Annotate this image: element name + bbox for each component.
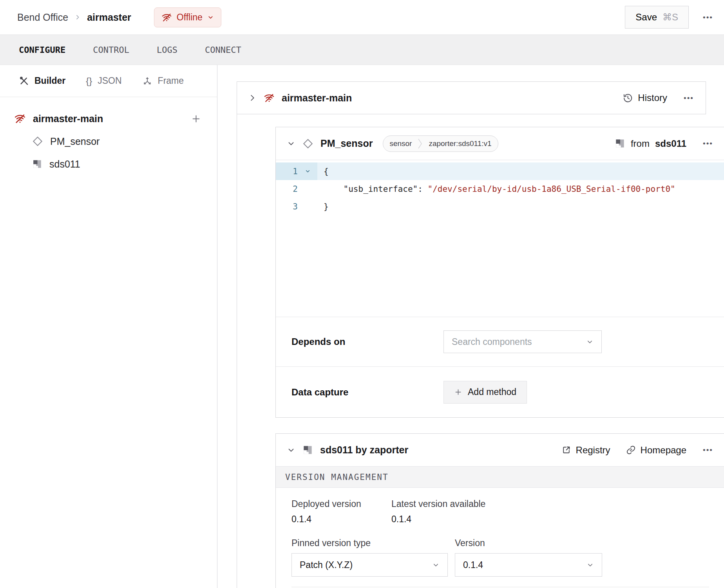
- mode-tab-builder[interactable]: Builder: [19, 76, 65, 86]
- app-window: Bend Office airmaster Offline Save: [0, 0, 724, 588]
- module-icon: [302, 445, 313, 455]
- chevron-right-icon: [74, 14, 81, 20]
- mode-tab-frame[interactable]: Frame: [142, 76, 184, 86]
- configure-panel: airmaster-main History •••: [217, 65, 724, 588]
- add-component-button[interactable]: [191, 114, 201, 124]
- module-icon: [615, 138, 625, 149]
- view-mode-tabs: Builder {} JSON Frame: [0, 65, 217, 97]
- data-capture-label: Data capture: [291, 387, 443, 398]
- mode-tab-label: Builder: [34, 76, 65, 86]
- pm-sensor-card-header: PM_sensor sensor zaporter:sds011:v1: [276, 127, 724, 160]
- chevron-down-icon: [207, 14, 214, 21]
- tools-icon: [19, 76, 29, 86]
- chevron-down-icon: [586, 561, 594, 569]
- tree-item-main-part[interactable]: airmaster-main: [0, 107, 217, 130]
- code-line: 1 {: [276, 162, 724, 180]
- homepage-link[interactable]: Homepage: [626, 445, 686, 456]
- module-card-title: sds011 by zaporter: [320, 444, 408, 456]
- status-label: Offline: [177, 12, 203, 23]
- status-badge[interactable]: Offline: [154, 7, 221, 27]
- mode-tab-label: JSON: [98, 76, 121, 86]
- component-card-menu-button[interactable]: •••: [702, 137, 714, 150]
- history-button[interactable]: History: [623, 92, 667, 103]
- latest-version-value: 0.1.4: [391, 514, 485, 525]
- module-card-menu-button[interactable]: •••: [702, 444, 714, 456]
- main-part-card: airmaster-main History •••: [237, 81, 706, 114]
- tree-item-pm-sensor[interactable]: PM_sensor: [0, 130, 217, 153]
- save-button[interactable]: Save ⌘S: [625, 6, 689, 29]
- component-type: sensor: [383, 139, 418, 148]
- line-number: 3: [276, 202, 298, 211]
- json-string-value: "/dev/serial/by-id/usb-1a86_USB_Serial-i…: [428, 184, 675, 194]
- json-colon: :: [418, 184, 427, 194]
- from-module-label: from sds011: [615, 138, 686, 149]
- attributes-json-editor[interactable]: 1 { 2 "usb_interface": "/dev/serial: [276, 160, 724, 317]
- tree-item-sds011[interactable]: sds011: [0, 153, 217, 175]
- main-tab-bar: CONFIGURE CONTROL LOGS CONNECT: [0, 34, 724, 65]
- module-card-header: sds011 by zaporter Registry: [276, 434, 724, 467]
- line-number: 2: [276, 184, 298, 194]
- history-label: History: [638, 92, 667, 103]
- tab-logs[interactable]: LOGS: [156, 43, 178, 57]
- from-module-name: sds011: [655, 138, 686, 149]
- depends-on-placeholder: Search components: [452, 337, 532, 347]
- history-clock-icon: [623, 93, 633, 103]
- tree-connector-line: [237, 114, 237, 588]
- tab-control[interactable]: CONTROL: [92, 43, 130, 57]
- code-text: }: [317, 202, 329, 211]
- deployed-version-label: Deployed version: [291, 499, 391, 509]
- version-management-header: VERSION MANAGEMENT: [276, 467, 724, 488]
- version-select[interactable]: 0.1.4: [455, 553, 602, 577]
- collapse-chevron-down-icon[interactable]: [287, 139, 295, 148]
- tree-item-label: PM_sensor: [50, 136, 100, 147]
- top-bar: Bend Office airmaster Offline Save: [0, 0, 724, 34]
- homepage-label: Homepage: [641, 445, 686, 456]
- breadcrumb: Bend Office airmaster Offline: [17, 7, 221, 27]
- tree-item-label: sds011: [49, 159, 80, 170]
- section-divider: [291, 587, 709, 587]
- code-text: {: [317, 167, 329, 176]
- frame-axes-icon: [142, 76, 152, 86]
- expand-chevron-right-icon[interactable]: [248, 94, 257, 102]
- chevron-down-icon: [586, 338, 594, 346]
- depends-on-row: Depends on Search components: [276, 317, 724, 366]
- sds011-module-card: sds011 by zaporter Registry: [275, 433, 724, 588]
- component-card-title: PM_sensor: [320, 138, 373, 149]
- version-label: Version: [455, 538, 485, 548]
- chain-link-icon: [626, 445, 636, 455]
- pinned-version-type-value: Patch (X.Y.Z): [300, 560, 353, 570]
- braces-icon: {}: [86, 76, 92, 87]
- badge-chevron-separator: [418, 135, 422, 152]
- module-icon: [32, 159, 42, 169]
- component-type-badge: sensor zaporter:sds011:v1: [383, 135, 498, 152]
- json-key: "usb_interface": [344, 184, 418, 194]
- plus-icon: [454, 388, 462, 396]
- depends-on-select[interactable]: Search components: [443, 330, 602, 353]
- part-card-menu-button[interactable]: •••: [683, 92, 695, 104]
- component-diamond-icon: [32, 136, 43, 147]
- tab-connect[interactable]: CONNECT: [204, 43, 242, 57]
- part-card-title: airmaster-main: [282, 92, 352, 104]
- pinned-version-type-select[interactable]: Patch (X.Y.Z): [291, 553, 448, 577]
- registry-label: Registry: [576, 445, 610, 456]
- save-label: Save: [635, 12, 657, 23]
- from-prefix: from: [631, 138, 650, 149]
- registry-link[interactable]: Registry: [561, 445, 610, 456]
- version-value: 0.1.4: [463, 560, 483, 570]
- mode-tab-json[interactable]: {} JSON: [86, 76, 121, 87]
- collapse-chevron-down-icon[interactable]: [287, 446, 295, 455]
- breadcrumb-location[interactable]: Bend Office: [17, 12, 68, 23]
- code-fold-chevron-icon[interactable]: [298, 168, 317, 174]
- topbar-menu-button[interactable]: •••: [702, 11, 714, 23]
- mode-tab-label: Frame: [158, 76, 184, 86]
- sidebar: Builder {} JSON Frame: [0, 65, 217, 588]
- add-method-button[interactable]: Add method: [443, 381, 527, 404]
- tree-item-label: airmaster-main: [33, 113, 103, 124]
- add-method-label: Add method: [468, 387, 516, 397]
- data-capture-row: Data capture Add method: [276, 366, 724, 417]
- tab-configure[interactable]: CONFIGURE: [18, 43, 66, 57]
- deployed-version-value: 0.1.4: [291, 514, 391, 525]
- content-area: Builder {} JSON Frame: [0, 65, 724, 588]
- external-link-icon: [561, 445, 571, 455]
- topbar-actions: Save ⌘S •••: [625, 6, 714, 29]
